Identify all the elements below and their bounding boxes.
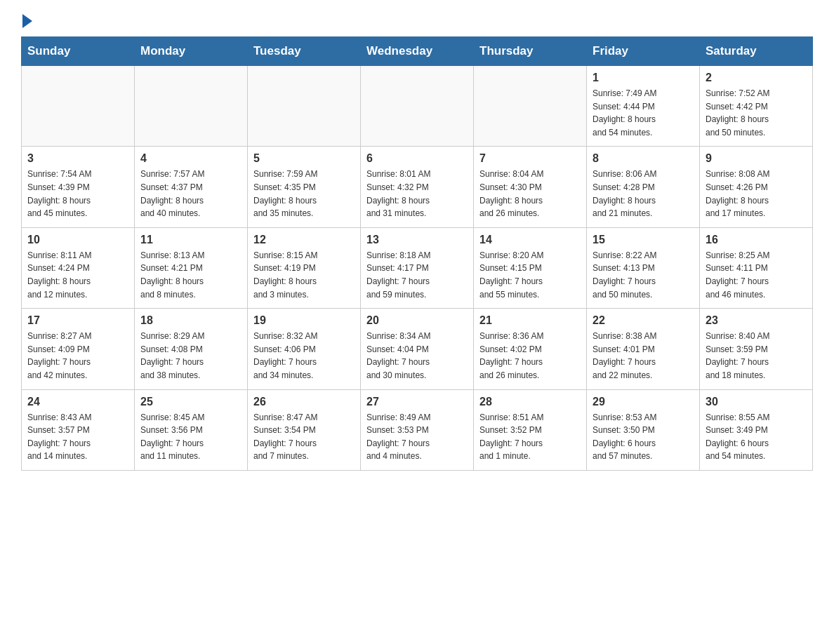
day-info: Sunrise: 8:38 AM Sunset: 4:01 PM Dayligh… [593, 330, 694, 382]
day-info: Sunrise: 8:04 AM Sunset: 4:30 PM Dayligh… [479, 168, 581, 220]
day-info: Sunrise: 7:49 AM Sunset: 4:44 PM Dayligh… [593, 87, 694, 139]
day-number: 26 [253, 396, 355, 408]
day-number: 21 [479, 314, 581, 327]
weekday-header-thursday: Thursday [474, 37, 587, 66]
calendar-cell: 29Sunrise: 8:53 AM Sunset: 3:50 PM Dayli… [587, 389, 700, 470]
day-info: Sunrise: 8:20 AM Sunset: 4:15 PM Dayligh… [479, 249, 581, 301]
day-info: Sunrise: 8:01 AM Sunset: 4:32 PM Dayligh… [366, 168, 468, 220]
day-number: 6 [366, 152, 468, 165]
calendar-cell: 6Sunrise: 8:01 AM Sunset: 4:32 PM Daylig… [361, 147, 474, 227]
calendar-cell: 2Sunrise: 7:52 AM Sunset: 4:42 PM Daylig… [700, 66, 813, 147]
calendar-week-row: 17Sunrise: 8:27 AM Sunset: 4:09 PM Dayli… [22, 309, 813, 389]
weekday-header-monday: Monday [135, 37, 248, 66]
day-number: 29 [593, 396, 694, 408]
day-number: 17 [27, 314, 128, 327]
day-number: 7 [479, 152, 581, 165]
day-number: 8 [593, 152, 694, 165]
calendar-cell [474, 66, 587, 147]
calendar-cell: 11Sunrise: 8:13 AM Sunset: 4:21 PM Dayli… [135, 227, 248, 308]
day-info: Sunrise: 8:27 AM Sunset: 4:09 PM Dayligh… [27, 330, 128, 382]
day-info: Sunrise: 8:45 AM Sunset: 3:56 PM Dayligh… [140, 411, 241, 463]
day-info: Sunrise: 8:40 AM Sunset: 3:59 PM Dayligh… [706, 330, 807, 382]
day-number: 15 [593, 234, 694, 246]
calendar-cell: 18Sunrise: 8:29 AM Sunset: 4:08 PM Dayli… [135, 309, 248, 389]
calendar-week-row: 10Sunrise: 8:11 AM Sunset: 4:24 PM Dayli… [22, 227, 813, 308]
day-info: Sunrise: 8:32 AM Sunset: 4:06 PM Dayligh… [253, 330, 355, 382]
calendar-cell: 12Sunrise: 8:15 AM Sunset: 4:19 PM Dayli… [248, 227, 361, 308]
calendar-cell: 13Sunrise: 8:18 AM Sunset: 4:17 PM Dayli… [361, 227, 474, 308]
logo-text [21, 14, 32, 27]
calendar-cell: 27Sunrise: 8:49 AM Sunset: 3:53 PM Dayli… [361, 389, 474, 470]
day-number: 25 [140, 396, 241, 408]
calendar-cell: 22Sunrise: 8:38 AM Sunset: 4:01 PM Dayli… [587, 309, 700, 389]
day-number: 22 [593, 314, 694, 327]
day-number: 5 [253, 152, 355, 165]
weekday-header-row: SundayMondayTuesdayWednesdayThursdayFrid… [22, 37, 813, 66]
weekday-header-wednesday: Wednesday [361, 37, 474, 66]
day-info: Sunrise: 8:08 AM Sunset: 4:26 PM Dayligh… [706, 168, 807, 220]
day-number: 20 [366, 314, 468, 327]
day-number: 10 [27, 234, 128, 246]
calendar-cell: 16Sunrise: 8:25 AM Sunset: 4:11 PM Dayli… [700, 227, 813, 308]
calendar-cell: 21Sunrise: 8:36 AM Sunset: 4:02 PM Dayli… [474, 309, 587, 389]
calendar-week-row: 1Sunrise: 7:49 AM Sunset: 4:44 PM Daylig… [22, 66, 813, 147]
day-info: Sunrise: 8:25 AM Sunset: 4:11 PM Dayligh… [706, 249, 807, 301]
calendar-week-row: 3Sunrise: 7:54 AM Sunset: 4:39 PM Daylig… [22, 147, 813, 227]
day-number: 3 [27, 152, 128, 165]
calendar-cell: 20Sunrise: 8:34 AM Sunset: 4:04 PM Dayli… [361, 309, 474, 389]
day-number: 9 [706, 152, 807, 165]
day-info: Sunrise: 8:34 AM Sunset: 4:04 PM Dayligh… [366, 330, 468, 382]
calendar-week-row: 24Sunrise: 8:43 AM Sunset: 3:57 PM Dayli… [22, 389, 813, 470]
day-info: Sunrise: 8:47 AM Sunset: 3:54 PM Dayligh… [253, 411, 355, 463]
day-info: Sunrise: 8:51 AM Sunset: 3:52 PM Dayligh… [479, 411, 581, 463]
day-number: 27 [366, 396, 468, 408]
weekday-header-tuesday: Tuesday [248, 37, 361, 66]
calendar-body: 1Sunrise: 7:49 AM Sunset: 4:44 PM Daylig… [22, 66, 813, 471]
day-info: Sunrise: 8:49 AM Sunset: 3:53 PM Dayligh… [366, 411, 468, 463]
calendar-header: SundayMondayTuesdayWednesdayThursdayFrid… [22, 37, 813, 66]
day-info: Sunrise: 8:43 AM Sunset: 3:57 PM Dayligh… [27, 411, 128, 463]
calendar-cell: 7Sunrise: 8:04 AM Sunset: 4:30 PM Daylig… [474, 147, 587, 227]
day-number: 18 [140, 314, 241, 327]
day-info: Sunrise: 7:59 AM Sunset: 4:35 PM Dayligh… [253, 168, 355, 220]
logo [21, 14, 32, 25]
day-number: 2 [706, 72, 807, 84]
day-info: Sunrise: 8:18 AM Sunset: 4:17 PM Dayligh… [366, 249, 468, 301]
weekday-header-saturday: Saturday [700, 37, 813, 66]
day-number: 16 [706, 234, 807, 246]
calendar-cell [135, 66, 248, 147]
day-info: Sunrise: 8:11 AM Sunset: 4:24 PM Dayligh… [27, 249, 128, 301]
calendar-cell: 23Sunrise: 8:40 AM Sunset: 3:59 PM Dayli… [700, 309, 813, 389]
day-info: Sunrise: 8:15 AM Sunset: 4:19 PM Dayligh… [253, 249, 355, 301]
calendar-cell: 25Sunrise: 8:45 AM Sunset: 3:56 PM Dayli… [135, 389, 248, 470]
day-number: 1 [593, 72, 694, 84]
day-info: Sunrise: 8:55 AM Sunset: 3:49 PM Dayligh… [706, 411, 807, 463]
day-number: 28 [479, 396, 581, 408]
day-number: 30 [706, 396, 807, 408]
day-info: Sunrise: 7:54 AM Sunset: 4:39 PM Dayligh… [27, 168, 128, 220]
day-number: 23 [706, 314, 807, 327]
day-number: 4 [140, 152, 241, 165]
day-number: 14 [479, 234, 581, 246]
calendar-cell: 26Sunrise: 8:47 AM Sunset: 3:54 PM Dayli… [248, 389, 361, 470]
day-info: Sunrise: 8:53 AM Sunset: 3:50 PM Dayligh… [593, 411, 694, 463]
day-info: Sunrise: 8:06 AM Sunset: 4:28 PM Dayligh… [593, 168, 694, 220]
calendar-cell: 5Sunrise: 7:59 AM Sunset: 4:35 PM Daylig… [248, 147, 361, 227]
calendar-cell: 1Sunrise: 7:49 AM Sunset: 4:44 PM Daylig… [587, 66, 700, 147]
day-number: 12 [253, 234, 355, 246]
calendar-table: SundayMondayTuesdayWednesdayThursdayFrid… [21, 36, 813, 471]
calendar-cell [361, 66, 474, 147]
day-info: Sunrise: 8:13 AM Sunset: 4:21 PM Dayligh… [140, 249, 241, 301]
day-info: Sunrise: 8:22 AM Sunset: 4:13 PM Dayligh… [593, 249, 694, 301]
day-info: Sunrise: 7:57 AM Sunset: 4:37 PM Dayligh… [140, 168, 241, 220]
calendar-cell: 9Sunrise: 8:08 AM Sunset: 4:26 PM Daylig… [700, 147, 813, 227]
calendar-cell: 19Sunrise: 8:32 AM Sunset: 4:06 PM Dayli… [248, 309, 361, 389]
day-number: 19 [253, 314, 355, 327]
calendar-cell: 4Sunrise: 7:57 AM Sunset: 4:37 PM Daylig… [135, 147, 248, 227]
day-number: 13 [366, 234, 468, 246]
day-number: 24 [27, 396, 128, 408]
calendar-cell: 3Sunrise: 7:54 AM Sunset: 4:39 PM Daylig… [22, 147, 135, 227]
calendar-cell: 17Sunrise: 8:27 AM Sunset: 4:09 PM Dayli… [22, 309, 135, 389]
calendar-cell: 14Sunrise: 8:20 AM Sunset: 4:15 PM Dayli… [474, 227, 587, 308]
calendar-cell: 28Sunrise: 8:51 AM Sunset: 3:52 PM Dayli… [474, 389, 587, 470]
